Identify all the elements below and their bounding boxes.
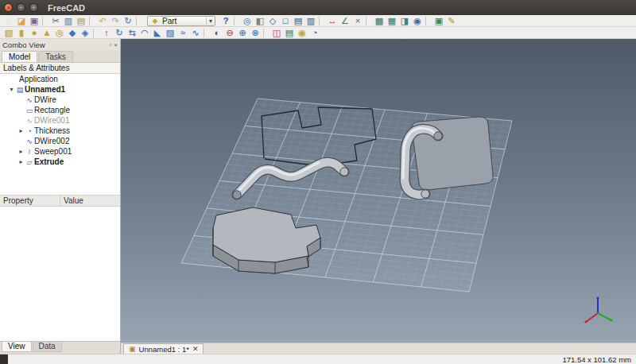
open-file-icon[interactable]: ◪: [15, 16, 28, 26]
property-column-header[interactable]: Property: [0, 196, 60, 206]
document-icon: ▣: [129, 345, 136, 353]
thickness-icon[interactable]: ◔: [308, 28, 321, 38]
mirror-icon[interactable]: ⇆: [126, 28, 138, 38]
window-maximize-button[interactable]: +: [29, 3, 38, 12]
sweep-icon[interactable]: ∿: [189, 28, 202, 38]
tab-data[interactable]: Data: [33, 342, 62, 352]
tree-item[interactable]: ∿ DWire001: [0, 115, 120, 126]
loft-icon[interactable]: ≈: [176, 28, 189, 38]
tab-view[interactable]: View: [2, 342, 32, 352]
revolve-icon[interactable]: ↻: [113, 28, 126, 38]
undo-icon[interactable]: ↶: [96, 16, 109, 26]
save-icon[interactable]: ▣: [28, 16, 41, 26]
boolean-common-icon[interactable]: ⊗: [249, 28, 262, 38]
texture-icon[interactable]: ▩: [373, 16, 386, 26]
tree-expander-icon[interactable]: ▸: [17, 158, 25, 165]
statusbar: 171.54 x 101.62 mm: [0, 354, 636, 364]
measure-angular-icon[interactable]: ∠: [339, 16, 351, 26]
document-tab-close-icon[interactable]: ✕: [192, 345, 199, 353]
property-table-body[interactable]: [0, 207, 120, 342]
tree-item[interactable]: ∿ DWire: [0, 95, 120, 105]
workbench-selector[interactable]: ◆ Part ▾: [147, 16, 215, 26]
tree-item-label: Sweep001: [34, 147, 72, 156]
redo-icon[interactable]: ↷: [109, 16, 122, 26]
separator: [366, 17, 370, 25]
shape-builder-icon[interactable]: ◈: [79, 28, 91, 38]
workbench-icon: ◆: [150, 17, 160, 25]
tree-item-icon: ∿: [25, 137, 34, 145]
measure-linear-icon[interactable]: ↔: [326, 16, 339, 26]
extrude-icon[interactable]: ↑: [100, 28, 113, 38]
tree-item[interactable]: ▾ ▤ Unnamed1: [0, 84, 120, 95]
document-tab-label: Unnamed1 : 1*: [139, 345, 189, 354]
clear-measurement-icon[interactable]: ×: [351, 16, 364, 26]
right-view-icon[interactable]: ▥: [304, 16, 317, 26]
top-view-icon[interactable]: ▤: [292, 16, 304, 26]
isometric-view-icon[interactable]: ◇: [266, 16, 279, 26]
stereo-icon[interactable]: ◉: [411, 16, 424, 26]
boolean-union-icon[interactable]: ⊕: [236, 28, 249, 38]
property-table-header: Property Value: [0, 196, 120, 207]
tree-item-label: DWire001: [34, 116, 69, 125]
combo-view-titlebar: Combo View ▫ ×: [0, 39, 120, 50]
box-icon[interactable]: ▧: [2, 28, 15, 38]
workbench-selector-value: Part: [162, 17, 176, 25]
ruled-surface-icon[interactable]: ▨: [164, 28, 176, 38]
tree-item-icon: ∿: [25, 96, 34, 104]
demo-mode-icon[interactable]: ◨: [398, 16, 411, 26]
primitives-icon[interactable]: ◆: [66, 28, 79, 38]
3d-scene[interactable]: [121, 39, 636, 343]
tree-expander-icon[interactable]: ▸: [17, 127, 25, 134]
save-image-icon[interactable]: ▣: [432, 16, 445, 26]
offset-icon[interactable]: ◉: [296, 28, 308, 38]
chevron-down-icon: ▾: [206, 17, 212, 25]
whats-this-icon[interactable]: ?: [219, 16, 232, 26]
chamfer-icon[interactable]: ◣: [151, 28, 164, 38]
copy-icon[interactable]: ▥: [62, 16, 75, 26]
tree-item-label: Thickness: [34, 126, 70, 135]
panel-close-icon[interactable]: ×: [114, 41, 118, 48]
tab-tasks[interactable]: Tasks: [38, 51, 73, 62]
refresh-icon[interactable]: ↻: [122, 16, 134, 26]
fillet-icon[interactable]: ◠: [138, 28, 151, 38]
boolean-icon[interactable]: ◐: [211, 28, 223, 38]
tree-expander-icon[interactable]: ▾: [8, 86, 15, 93]
front-view-icon[interactable]: □: [279, 16, 292, 26]
tree-item[interactable]: Application: [0, 74, 120, 84]
3d-viewport[interactable]: [121, 39, 636, 343]
tree-item[interactable]: ▭ Rectangle: [0, 105, 120, 115]
tree-item[interactable]: ▸ ≀ Sweep001: [0, 146, 120, 157]
separator: [42, 17, 47, 25]
paste-icon[interactable]: ▤: [75, 16, 87, 26]
tree-expander-icon[interactable]: ▸: [17, 148, 25, 155]
cone-icon[interactable]: ▲: [41, 28, 53, 38]
window-close-button[interactable]: ×: [4, 3, 13, 12]
cross-sections-icon[interactable]: ▤: [283, 28, 296, 38]
separator: [425, 17, 430, 25]
window-minimize-button[interactable]: −: [17, 3, 25, 12]
section-icon[interactable]: ◫: [270, 28, 283, 38]
draw-style-icon[interactable]: ◧: [254, 16, 266, 26]
document-tab[interactable]: ▣ Unnamed1 : 1* ✕: [123, 343, 204, 354]
torus-icon[interactable]: ◎: [53, 28, 66, 38]
tree-item[interactable]: ∿ DWire002: [0, 136, 120, 146]
edit-parameters-icon[interactable]: ✎: [445, 16, 458, 26]
cut-icon[interactable]: ✂: [49, 16, 62, 26]
scene-inspector-icon[interactable]: ▦: [386, 16, 398, 26]
fit-all-icon[interactable]: ◎: [241, 16, 254, 26]
tree-item-icon: ◔: [25, 127, 34, 135]
panel-float-icon[interactable]: ▫: [109, 41, 111, 48]
main-area: Combo View ▫ × Model Tasks Labels & Attr…: [0, 39, 636, 354]
sphere-icon[interactable]: ●: [28, 28, 41, 38]
model-tree[interactable]: Application ▾ ▤ Unnamed1 ∿ DWire: [0, 74, 120, 196]
dimension-readout: 171.54 x 101.62 mm: [562, 355, 636, 364]
tree-item[interactable]: ▸ ▱ Extrude: [0, 157, 120, 167]
tree-item-icon: ▤: [15, 86, 25, 94]
new-file-icon[interactable]: ▯: [2, 16, 15, 26]
combo-view-panel: Combo View ▫ × Model Tasks Labels & Attr…: [0, 39, 121, 354]
tree-item[interactable]: ▸ ◔ Thickness: [0, 126, 120, 136]
cylinder-icon[interactable]: ▮: [15, 28, 28, 38]
boolean-cut-icon[interactable]: ⊖: [223, 28, 236, 38]
value-column-header[interactable]: Value: [60, 196, 120, 206]
tab-model[interactable]: Model: [2, 51, 37, 62]
